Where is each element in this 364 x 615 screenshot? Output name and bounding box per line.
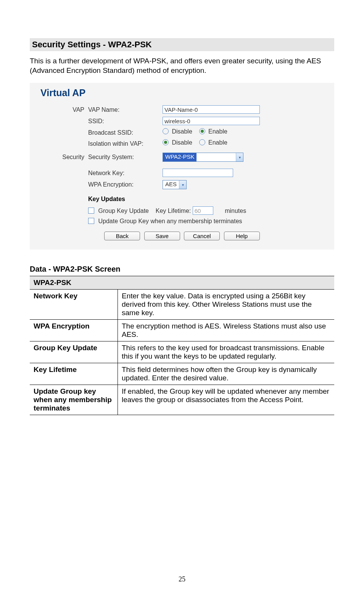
row-desc: The encryption method is AES. Wireless S… xyxy=(118,320,335,341)
key-lifetime-input[interactable] xyxy=(193,206,213,215)
network-key-input[interactable] xyxy=(163,169,233,177)
table-row: Update Group key when any membership ter… xyxy=(30,385,334,415)
group-label-vap: VAP xyxy=(40,105,88,113)
minutes-label: minutes xyxy=(225,208,246,214)
network-key-label: Network Key: xyxy=(88,169,163,177)
wpa-encryption-select[interactable]: AES ▾ xyxy=(163,180,187,189)
table-row: Group Key Update This refers to the key … xyxy=(30,341,334,363)
virtual-ap-panel: Virtual AP VAP VAP Name: SSID: Broadcast… xyxy=(30,83,334,250)
vap-name-input[interactable] xyxy=(163,105,260,114)
ssid-label: SSID: xyxy=(88,117,163,125)
ssid-input[interactable] xyxy=(163,117,260,125)
data-section-title: Data - WPA2-PSK Screen xyxy=(30,265,334,274)
vap-name-label: VAP Name: xyxy=(88,105,163,113)
wpa-encryption-label: WPA Encryption: xyxy=(88,180,163,188)
row-name: Update Group key when any membership ter… xyxy=(30,385,118,415)
chevron-down-icon: ▾ xyxy=(179,180,186,189)
row-name: Group Key Update xyxy=(30,341,118,363)
key-updates-title: Key Updates xyxy=(88,195,324,203)
row-name: WPA Encryption xyxy=(30,320,118,341)
page-number: 25 xyxy=(30,575,334,583)
chevron-down-icon: ▾ xyxy=(236,153,243,161)
broadcast-disable-text: Disable xyxy=(172,128,192,135)
isolation-disable-text: Disable xyxy=(172,139,192,146)
security-system-select[interactable]: WPA2-PSK ▾ xyxy=(163,153,243,162)
broadcast-disable-radio[interactable] xyxy=(163,128,169,134)
group-key-update-label: Group Key Update xyxy=(98,208,149,214)
row-desc: If enabled, the Group key will be update… xyxy=(118,385,335,415)
cancel-button[interactable]: Cancel xyxy=(184,232,220,240)
isolation-enable-radio[interactable] xyxy=(199,139,205,145)
group-label-security: Security xyxy=(40,153,88,161)
table-header: WPA2-PSK xyxy=(30,276,334,290)
intro-text: This is a further development of WPA-PSK… xyxy=(30,56,334,75)
update-on-terminate-label: Update Group Key when any membership ter… xyxy=(98,218,242,224)
update-on-terminate-checkbox[interactable] xyxy=(88,218,94,224)
back-button[interactable]: Back xyxy=(104,232,140,240)
save-button[interactable]: Save xyxy=(144,232,180,240)
row-desc: This field determines how often the Grou… xyxy=(118,363,335,385)
broadcast-enable-text: Enable xyxy=(208,128,227,135)
data-table: WPA2-PSK Network Key Enter the key value… xyxy=(30,276,334,415)
help-button[interactable]: Help xyxy=(224,232,260,240)
isolation-label: Isolation within VAP: xyxy=(88,139,163,147)
security-system-label: Security System: xyxy=(88,153,163,161)
security-system-value: WPA2-PSK xyxy=(163,153,196,161)
section-heading: Security Settings - WPA2-PSK xyxy=(30,38,334,51)
table-row: Network Key Enter the key value. Data is… xyxy=(30,290,334,320)
table-row: Key Lifetime This field determines how o… xyxy=(30,363,334,385)
isolation-disable-radio[interactable] xyxy=(163,139,169,145)
row-name: Key Lifetime xyxy=(30,363,118,385)
key-lifetime-label: Key Lifetime: xyxy=(156,208,191,214)
isolation-enable-text: Enable xyxy=(208,139,227,146)
broadcast-ssid-label: Broadcast SSID: xyxy=(88,128,163,136)
row-name: Network Key xyxy=(30,290,118,320)
row-desc: This refers to the key used for broadcas… xyxy=(118,341,335,363)
wpa-encryption-value: AES xyxy=(163,180,179,189)
panel-title: Virtual AP xyxy=(40,87,324,98)
group-key-update-checkbox[interactable] xyxy=(88,208,94,214)
broadcast-enable-radio[interactable] xyxy=(199,128,205,134)
table-row: WPA Encryption The encryption method is … xyxy=(30,320,334,341)
row-desc: Enter the key value. Data is encrypted u… xyxy=(118,290,335,320)
